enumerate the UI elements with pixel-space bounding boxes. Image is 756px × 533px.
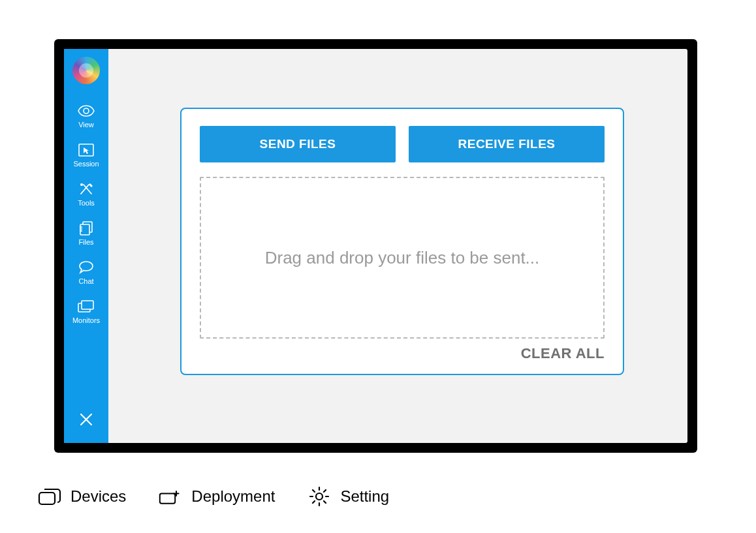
svg-rect-8 <box>160 494 175 504</box>
stage: View Session <box>0 0 756 533</box>
monitors-icon <box>77 299 95 314</box>
sidebar-item-files[interactable]: Files <box>64 213 108 252</box>
bottom-label: Setting <box>340 487 389 506</box>
window-frame: View Session <box>54 39 697 453</box>
close-icon <box>79 412 93 427</box>
sidebar-item-monitors[interactable]: Monitors <box>64 292 108 331</box>
svg-rect-7 <box>39 493 55 504</box>
send-files-label: SEND FILES <box>260 137 336 151</box>
close-button[interactable] <box>64 400 108 439</box>
sidebar-item-label: Tools <box>78 199 95 207</box>
deployment-icon <box>159 487 182 506</box>
app-window: View Session <box>64 49 687 443</box>
dropzone-hint: Drag and drop your files to be sent... <box>265 248 540 268</box>
svg-point-9 <box>316 493 323 500</box>
send-files-button[interactable]: SEND FILES <box>200 126 396 162</box>
clear-all-button[interactable]: CLEAR ALL <box>521 345 605 362</box>
devices-icon <box>38 487 61 506</box>
file-dropzone[interactable]: Drag and drop your files to be sent... <box>200 177 605 339</box>
receive-files-button[interactable]: RECEIVE FILES <box>409 126 605 162</box>
files-icon <box>77 221 95 236</box>
panel-button-row: SEND FILES RECEIVE FILES <box>200 126 605 162</box>
bottom-item-setting[interactable]: Setting <box>307 487 389 506</box>
sidebar-item-label: Session <box>73 160 99 168</box>
sidebar-item-session[interactable]: Session <box>64 135 108 174</box>
file-transfer-panel: SEND FILES RECEIVE FILES Drag and drop y… <box>180 108 624 375</box>
svg-rect-6 <box>82 301 93 309</box>
clear-all-label: CLEAR ALL <box>521 345 605 361</box>
cursor-box-icon <box>77 143 95 157</box>
bottom-label: Devices <box>71 487 126 506</box>
sidebar-item-label: Chat <box>78 277 93 285</box>
receive-files-label: RECEIVE FILES <box>458 137 555 151</box>
app-logo <box>72 57 100 84</box>
svg-rect-4 <box>80 224 89 235</box>
sidebar-item-label: Files <box>78 238 93 246</box>
eye-icon <box>77 104 95 118</box>
gear-icon <box>307 487 331 506</box>
sidebar-item-chat[interactable]: Chat <box>64 252 108 292</box>
tools-icon <box>77 182 95 196</box>
bottom-item-deployment[interactable]: Deployment <box>159 487 275 506</box>
panel-footer: CLEAR ALL <box>200 339 605 362</box>
bottom-label: Deployment <box>191 487 275 506</box>
svg-point-2 <box>80 183 83 186</box>
sidebar-item-view[interactable]: View <box>64 96 108 135</box>
sidebar-item-label: Monitors <box>72 316 100 324</box>
sidebar-item-tools[interactable]: Tools <box>64 174 108 213</box>
main-area: SEND FILES RECEIVE FILES Drag and drop y… <box>108 49 687 443</box>
chat-icon <box>77 260 95 275</box>
sidebar: View Session <box>64 49 108 443</box>
bottom-toolbar: Devices Deployment Setting <box>14 474 478 519</box>
bottom-item-devices[interactable]: Devices <box>38 487 126 506</box>
svg-point-0 <box>84 108 89 114</box>
sidebar-item-label: View <box>78 121 94 129</box>
